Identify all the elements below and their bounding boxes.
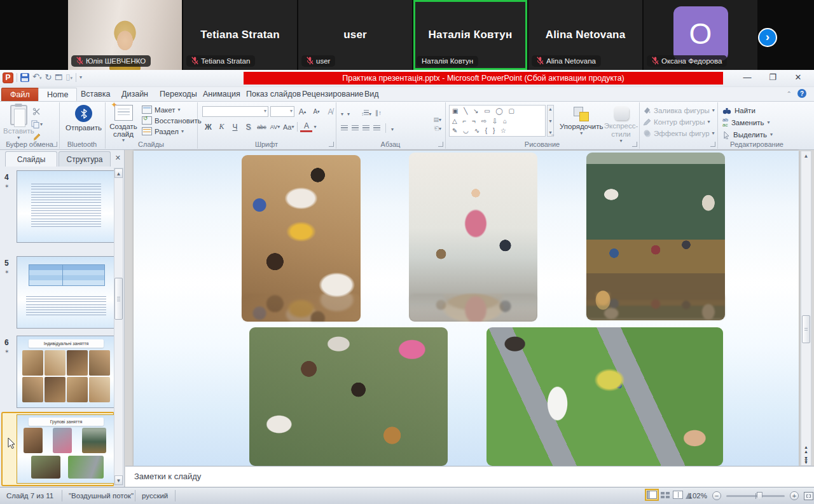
qat-extra-button[interactable]: ▯▾: [66, 72, 72, 83]
zoom-in-button[interactable]: +: [790, 491, 799, 500]
zoom-slider-thumb[interactable]: [757, 492, 762, 500]
scroll-down-arrow[interactable]: ▼: [114, 475, 123, 485]
scroll-up-arrow[interactable]: ▲: [114, 168, 123, 178]
tab-home[interactable]: Home: [38, 88, 77, 101]
reset-button[interactable]: Восстановить: [142, 116, 202, 125]
collapse-ribbon-icon[interactable]: ⌃: [787, 90, 792, 97]
change-case-button[interactable]: Aa▾: [282, 121, 294, 132]
animation-star-icon[interactable]: ✶: [4, 183, 10, 189]
redo-button[interactable]: ↻: [45, 72, 52, 83]
align-left-button[interactable]: [341, 125, 348, 131]
help-icon[interactable]: ?: [797, 89, 806, 98]
shapes-row[interactable]: ▣ ╲ ↘ ▭ ◯ ▢: [452, 106, 542, 116]
customize-qat-button[interactable]: ▾: [79, 72, 82, 83]
next-participants-page-button[interactable]: ›: [758, 28, 777, 47]
slide-photo-children-group-mat[interactable]: [249, 327, 448, 466]
tab-design[interactable]: Дизайн: [113, 88, 156, 101]
minimize-button[interactable]: —: [739, 71, 755, 83]
slide-thumbnail-7-selected[interactable]: Групові заняття 7 ✶: [1, 412, 114, 486]
slide-sorter-view-button[interactable]: [660, 491, 670, 499]
convert-smartart-button[interactable]: ⎗▾: [434, 125, 441, 132]
underline-button[interactable]: Ч: [229, 121, 241, 132]
drawing-dialog-launcher[interactable]: [632, 142, 637, 147]
layout-button[interactable]: Макет▾: [142, 106, 202, 114]
close-button[interactable]: ✕: [790, 71, 806, 83]
panel-scroll-thumb[interactable]: [114, 278, 123, 320]
tab-insert[interactable]: Вставка: [72, 88, 118, 101]
arrange-button[interactable]: Упорядочить▾: [560, 106, 603, 136]
text-shadow-button[interactable]: S: [242, 121, 254, 132]
fit-slide-to-window-button[interactable]: [804, 492, 813, 500]
reading-view-button[interactable]: [673, 491, 683, 499]
font-color-button[interactable]: А: [300, 121, 312, 132]
slide-photo-teacher-circle[interactable]: [409, 153, 537, 322]
bullets-button[interactable]: ▾: [341, 107, 343, 118]
bold-button[interactable]: Ж: [202, 121, 214, 132]
align-text-button[interactable]: ▤▾: [433, 116, 441, 123]
character-spacing-button[interactable]: AV▾: [269, 121, 281, 132]
numbering-button[interactable]: ▾: [347, 107, 350, 118]
slide-thumbnail-6[interactable]: Індивідуальні заняття: [17, 336, 114, 408]
cut-button[interactable]: [31, 106, 43, 117]
align-center-button[interactable]: [352, 125, 359, 131]
previous-slide-button[interactable]: ▲▲: [804, 445, 808, 454]
slide-photo-children-floor-game[interactable]: [242, 155, 361, 322]
replace-button[interactable]: abac Заменить▾: [722, 117, 773, 128]
font-size-combo[interactable]: [270, 106, 294, 117]
participant-tile-active-speaker[interactable]: Наталія Ковтун Наталія Ковтун: [413, 0, 527, 70]
find-button[interactable]: Найти: [722, 105, 773, 116]
vertical-scrollbar[interactable]: ▲ ▼: [801, 151, 811, 466]
shapes-row[interactable]: ✎ ◡ ∿ { } ☆: [452, 126, 542, 135]
participant-tile[interactable]: Alina Netovana Alina Netovana: [528, 0, 642, 70]
font-name-combo[interactable]: [202, 106, 268, 117]
format-dialog-launcher[interactable]: [710, 142, 715, 147]
tab-outline[interactable]: Структура: [59, 151, 111, 167]
participant-tile[interactable]: user user: [298, 0, 412, 70]
strikethrough-button[interactable]: abc: [256, 121, 268, 132]
restore-button[interactable]: ❐: [764, 71, 781, 83]
paragraph-dialog-launcher[interactable]: [438, 142, 443, 147]
copy-button[interactable]: ▾: [31, 119, 43, 130]
shrink-font-button[interactable]: A▾: [310, 106, 322, 117]
paste-button[interactable]: Вставить▾: [3, 105, 34, 140]
save-button[interactable]: [20, 73, 29, 82]
participant-tile[interactable]: Tetiana Stratan Tetiana Stratan: [183, 0, 297, 70]
grow-font-button[interactable]: A▴: [296, 106, 308, 117]
scroll-thumb[interactable]: [802, 315, 810, 343]
section-button[interactable]: Раздел▾: [142, 127, 202, 135]
shape-effects-button[interactable]: Эффекты фигур▾: [643, 128, 715, 139]
align-right-button[interactable]: [362, 125, 369, 131]
slide-photo-road-playmat-game[interactable]: [486, 327, 723, 466]
language-indicator[interactable]: русский: [135, 487, 174, 504]
select-button[interactable]: Выделить▾: [722, 129, 773, 140]
participant-tile-avatar[interactable]: O Оксана Федорова: [644, 0, 757, 70]
justify-button[interactable]: [373, 125, 380, 131]
undo-button[interactable]: ↶▾: [32, 72, 41, 83]
zoom-out-button[interactable]: −: [712, 491, 721, 500]
slide-thumbnail-4[interactable]: [17, 170, 114, 243]
shapes-row[interactable]: △ ⌐ ¬ ⇨ ⇩ ⌂: [452, 116, 542, 126]
zoom-slider-track[interactable]: [726, 495, 785, 497]
clear-formatting-button[interactable]: A̸: [324, 106, 336, 117]
tab-view[interactable]: Вид: [356, 88, 387, 101]
bluetooth-send-button[interactable]: Отправить: [66, 105, 102, 132]
shapes-gallery-scroll[interactable]: ▲▼▼̲: [547, 105, 554, 137]
close-panel-button[interactable]: ✕: [115, 154, 121, 162]
slide-photo-classroom-blackboard[interactable]: [586, 153, 725, 320]
quick-styles-button[interactable]: Экспресс-стили▾: [603, 106, 639, 144]
slide-thumbnail-5[interactable]: [17, 256, 114, 329]
current-slide-canvas[interactable]: [134, 151, 799, 466]
animation-star-icon[interactable]: ✶: [4, 269, 10, 275]
font-dialog-launcher[interactable]: [329, 142, 334, 147]
new-slide-button[interactable]: Создать слайд▾: [107, 105, 139, 143]
slide-thumbnail-7[interactable]: Групові заняття: [17, 414, 114, 484]
participant-tile-video[interactable]: Юлія ШЕВЧЕНКО: [68, 0, 182, 70]
notes-pane[interactable]: Заметки к слайду: [125, 466, 814, 487]
text-direction-button[interactable]: ∥↑: [375, 109, 382, 116]
shape-outline-button[interactable]: Контур фигуры▾: [643, 116, 715, 127]
panel-scrollbar[interactable]: ▲ ▼: [114, 168, 123, 486]
zoom-percentage[interactable]: 102%: [686, 492, 707, 500]
animation-star-icon[interactable]: ✶: [4, 348, 10, 355]
theme-name[interactable]: "Воздушный поток": [62, 487, 140, 504]
line-spacing-button[interactable]: ↕▾: [361, 107, 371, 118]
